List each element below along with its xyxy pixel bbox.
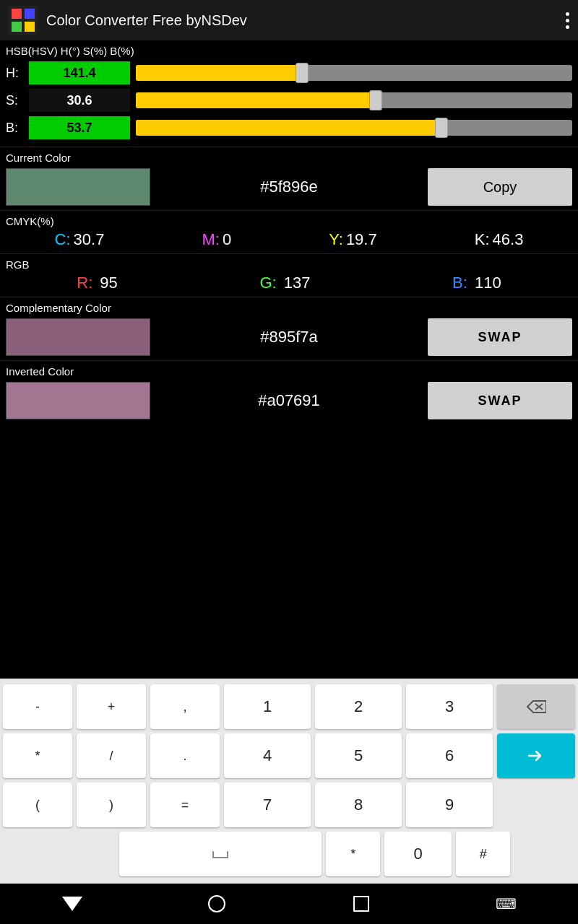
b-slider-row: B: 53.7 xyxy=(6,115,572,141)
rgb-g: G: 137 xyxy=(259,274,310,292)
svg-rect-1 xyxy=(25,9,35,19)
rgb-values: R: 95 G: 137 B: 110 xyxy=(6,274,572,292)
h-label: H: xyxy=(6,66,29,81)
rgb-section: RGB R: 95 G: 137 B: 110 xyxy=(0,253,578,297)
complementary-row: #895f7a SWAP xyxy=(6,318,572,356)
nav-keyboard-button[interactable]: ⌨ xyxy=(490,888,522,920)
current-color-label: Current Color xyxy=(6,152,572,164)
h-value[interactable]: 141.4 xyxy=(29,61,130,84)
inverted-section: Inverted Color #a07691 SWAP xyxy=(0,360,578,424)
kbd-row-1: - + , 1 2 3 xyxy=(3,684,575,729)
kbd-row-4: * 0 # xyxy=(3,832,575,876)
key-0[interactable]: 0 xyxy=(384,832,452,876)
rgb-b-label: B: xyxy=(452,274,467,292)
svg-rect-0 xyxy=(12,9,22,19)
complementary-section: Complementary Color #895f7a SWAP xyxy=(0,297,578,360)
cmyk-section: CMYK(%) C: 30.7 M: 0 Y: 19.7 K: 46.3 xyxy=(0,210,578,253)
nav-back-button[interactable] xyxy=(56,888,88,920)
svg-rect-3 xyxy=(25,22,35,32)
complementary-swap-button[interactable]: SWAP xyxy=(428,318,572,356)
h-slider[interactable] xyxy=(136,65,572,81)
key-1[interactable]: 1 xyxy=(224,684,311,729)
title-left: Color Converter Free byNSDev xyxy=(9,6,247,35)
complementary-swatch xyxy=(6,318,150,356)
cmyk-k: K: 46.3 xyxy=(475,230,524,249)
key-dot[interactable]: . xyxy=(150,733,220,778)
current-color-row: #5f896e Copy xyxy=(6,168,572,206)
s-label: S: xyxy=(6,93,29,108)
complementary-hex: #895f7a xyxy=(156,328,422,346)
key-close-paren[interactable]: ) xyxy=(77,783,146,827)
b-value[interactable]: 53.7 xyxy=(29,116,130,139)
inverted-swatch xyxy=(6,382,150,419)
cmyk-c-value: 30.7 xyxy=(74,230,105,249)
kbd-row-3: ( ) = 7 8 9 xyxy=(3,783,575,827)
menu-button[interactable] xyxy=(566,12,569,29)
s-slider-row: S: 30.6 xyxy=(6,87,572,113)
cmyk-values: C: 30.7 M: 0 Y: 19.7 K: 46.3 xyxy=(6,230,572,249)
rgb-r-value: 95 xyxy=(100,274,117,292)
key-4[interactable]: 4 xyxy=(224,733,311,778)
cmyk-y-label: Y: xyxy=(329,230,343,249)
s-slider[interactable] xyxy=(136,92,572,108)
title-bar: Color Converter Free byNSDev xyxy=(0,0,578,40)
cmyk-y-value: 19.7 xyxy=(346,230,377,249)
app-title: Color Converter Free byNSDev xyxy=(46,12,247,29)
key-6[interactable]: 6 xyxy=(406,733,493,778)
cmyk-c-label: C: xyxy=(55,230,71,249)
complementary-label: Complementary Color xyxy=(6,302,572,314)
inverted-row: #a07691 SWAP xyxy=(6,382,572,419)
key-7[interactable]: 7 xyxy=(224,783,311,827)
rgb-b-value: 110 xyxy=(475,274,501,292)
key-plus[interactable]: + xyxy=(77,684,146,729)
svg-marker-4 xyxy=(527,701,546,712)
cmyk-k-label: K: xyxy=(475,230,490,249)
key-comma[interactable]: , xyxy=(150,684,220,729)
key-space[interactable] xyxy=(119,832,322,876)
cmyk-y: Y: 19.7 xyxy=(329,230,376,249)
hsb-section: HSB(HSV) H(°) S(%) B(%) H: 141.4 S: 30.6… xyxy=(0,40,578,147)
cmyk-m-label: M: xyxy=(202,230,219,249)
key-3[interactable]: 3 xyxy=(406,684,493,729)
key-9[interactable]: 9 xyxy=(406,783,493,827)
b-label: B: xyxy=(6,121,29,136)
rgb-header: RGB xyxy=(6,258,572,271)
key-minus[interactable]: - xyxy=(3,684,72,729)
key-open-paren[interactable]: ( xyxy=(3,783,72,827)
cmyk-m: M: 0 xyxy=(202,230,231,249)
key-divide[interactable]: / xyxy=(77,733,146,778)
key-hash[interactable]: # xyxy=(456,832,510,876)
rgb-r: R: 95 xyxy=(77,274,117,292)
nav-home-button[interactable] xyxy=(201,888,233,920)
svg-rect-2 xyxy=(12,22,22,32)
black-area xyxy=(0,424,578,679)
h-slider-row: H: 141.4 xyxy=(6,60,572,86)
rgb-b: B: 110 xyxy=(452,274,501,292)
cmyk-m-value: 0 xyxy=(223,230,231,249)
copy-button[interactable]: Copy xyxy=(428,168,572,206)
s-value[interactable]: 30.6 xyxy=(29,89,130,112)
rgb-r-label: R: xyxy=(77,274,92,292)
inverted-label: Inverted Color xyxy=(6,365,572,378)
cmyk-k-value: 46.3 xyxy=(493,230,524,249)
key-multiply[interactable]: * xyxy=(3,733,72,778)
current-color-swatch xyxy=(6,168,150,206)
rgb-g-value: 137 xyxy=(284,274,311,292)
key-enter[interactable] xyxy=(497,733,575,778)
key-2[interactable]: 2 xyxy=(315,684,402,729)
b-slider[interactable] xyxy=(136,120,572,136)
current-color-hex: #5f896e xyxy=(156,178,422,196)
cmyk-header: CMYK(%) xyxy=(6,215,572,227)
nav-bar: ⌨ xyxy=(0,884,578,924)
key-5[interactable]: 5 xyxy=(315,733,402,778)
hsb-header: HSB(HSV) H(°) S(%) B(%) xyxy=(6,45,572,57)
current-color-section: Current Color #5f896e Copy xyxy=(0,147,578,210)
inverted-swap-button[interactable]: SWAP xyxy=(428,382,572,419)
key-backspace[interactable] xyxy=(497,684,575,729)
key-8[interactable]: 8 xyxy=(315,783,402,827)
key-equals[interactable]: = xyxy=(150,783,220,827)
nav-recents-button[interactable] xyxy=(345,888,377,920)
key-asterisk[interactable]: * xyxy=(326,832,380,876)
rgb-g-label: G: xyxy=(259,274,276,292)
cmyk-c: C: 30.7 xyxy=(55,230,105,249)
